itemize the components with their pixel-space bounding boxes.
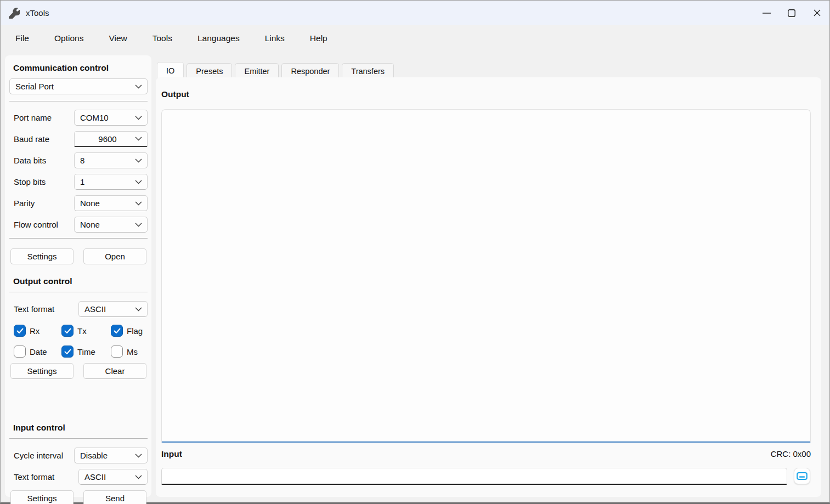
minimize-button[interactable] bbox=[754, 1, 779, 25]
tab-presets[interactable]: Presets bbox=[187, 63, 232, 78]
menu-links[interactable]: Links bbox=[257, 30, 293, 47]
close-button[interactable] bbox=[804, 1, 829, 25]
chevron-down-icon bbox=[135, 223, 142, 227]
chevron-down-icon bbox=[135, 84, 142, 89]
app-window: xTools File Options View Tools Languages… bbox=[0, 0, 830, 504]
data-bits-select[interactable]: 8 bbox=[74, 152, 148, 168]
flow-control-row: Flow control None bbox=[9, 217, 148, 233]
tx-checkbox-item[interactable]: Tx bbox=[61, 325, 111, 337]
ms-checkbox-item[interactable]: Ms bbox=[111, 346, 138, 358]
tab-io[interactable]: IO bbox=[157, 62, 184, 78]
tabbar: IO Presets Emitter Responder Transfers bbox=[157, 62, 397, 78]
separator bbox=[9, 438, 148, 439]
tab-responder[interactable]: Responder bbox=[281, 63, 339, 78]
minimize-icon bbox=[763, 13, 771, 14]
input-text-format-row: Text format ASCII bbox=[9, 469, 148, 485]
data-bits-row: Data bits 8 bbox=[9, 152, 148, 168]
communication-control-title: Communication control bbox=[13, 63, 148, 73]
chevron-down-icon bbox=[135, 307, 142, 312]
output-clear-button[interactable]: Clear bbox=[83, 363, 146, 379]
date-checkbox[interactable] bbox=[14, 346, 26, 358]
chevron-down-icon bbox=[135, 475, 142, 479]
flag-checkbox-item[interactable]: Flag bbox=[111, 325, 143, 337]
parity-select[interactable]: None bbox=[74, 195, 148, 211]
check-icon bbox=[64, 349, 71, 355]
baud-rate-combobox[interactable]: 9600 bbox=[74, 131, 148, 147]
input-format-button[interactable] bbox=[794, 468, 810, 484]
maximize-icon bbox=[788, 9, 795, 17]
flow-control-select[interactable]: None bbox=[74, 217, 148, 233]
chevron-down-icon bbox=[135, 137, 142, 141]
check-icon bbox=[114, 328, 121, 334]
chevron-down-icon bbox=[135, 180, 142, 184]
window-title: xTools bbox=[26, 8, 49, 18]
baud-rate-row: Baud rate 9600 bbox=[9, 131, 148, 147]
tx-checkbox[interactable] bbox=[61, 325, 74, 337]
menubar: File Options View Tools Languages Links … bbox=[1, 25, 829, 52]
output-control-title: Output control bbox=[13, 276, 148, 286]
wrench-app-icon bbox=[8, 7, 20, 19]
input-send-button[interactable]: Send bbox=[83, 490, 146, 504]
separator bbox=[9, 292, 148, 292]
chevron-down-icon bbox=[135, 454, 142, 458]
output-text-format-select[interactable]: ASCII bbox=[78, 301, 148, 317]
separator bbox=[9, 238, 148, 239]
flag-checkbox[interactable] bbox=[111, 325, 123, 337]
tab-transfers[interactable]: Transfers bbox=[342, 63, 394, 78]
maximize-button[interactable] bbox=[779, 1, 804, 25]
sidebar: Communication control Serial Port Port n… bbox=[5, 55, 151, 497]
time-checkbox[interactable] bbox=[61, 346, 74, 358]
tab-emitter[interactable]: Emitter bbox=[235, 63, 279, 78]
input-settings-button[interactable]: Settings bbox=[10, 490, 74, 504]
io-tab-panel: Output Input CRC: 0x00 bbox=[156, 77, 821, 497]
crc-value: CRC: 0x00 bbox=[771, 449, 811, 458]
time-checkbox-item[interactable]: Time bbox=[61, 346, 111, 358]
check-icon bbox=[16, 328, 24, 334]
comm-open-button[interactable]: Open bbox=[83, 248, 146, 264]
port-name-row: Port name COM10 bbox=[9, 110, 148, 126]
chevron-down-icon bbox=[135, 158, 142, 163]
chevron-down-icon bbox=[135, 201, 142, 206]
stop-bits-row: Stop bits 1 bbox=[9, 174, 148, 190]
output-text-format-row: Text format ASCII bbox=[9, 301, 148, 317]
menu-languages[interactable]: Languages bbox=[189, 30, 248, 47]
cycle-interval-select[interactable]: Disable bbox=[74, 448, 148, 463]
date-checkbox-item[interactable]: Date bbox=[14, 346, 61, 358]
link-type-select[interactable]: Serial Port bbox=[9, 78, 148, 94]
ms-checkbox[interactable] bbox=[111, 346, 123, 358]
send-input-field[interactable] bbox=[161, 468, 787, 485]
output-textarea[interactable] bbox=[161, 109, 811, 443]
close-icon bbox=[814, 9, 821, 16]
input-control-title: Input control bbox=[13, 423, 148, 433]
rx-checkbox-item[interactable]: Rx bbox=[14, 325, 61, 337]
menu-tools[interactable]: Tools bbox=[144, 30, 180, 47]
rx-checkbox[interactable] bbox=[14, 325, 26, 337]
menu-view[interactable]: View bbox=[100, 30, 135, 47]
separator bbox=[9, 101, 148, 101]
titlebar: xTools bbox=[1, 1, 829, 25]
input-section-title: Input bbox=[161, 449, 182, 459]
text-field-icon bbox=[797, 472, 808, 480]
output-section-title: Output bbox=[161, 89, 189, 99]
parity-row: Parity None bbox=[9, 195, 148, 211]
menu-file[interactable]: File bbox=[7, 30, 37, 47]
check-icon bbox=[64, 328, 71, 334]
cycle-interval-row: Cycle interval Disable bbox=[9, 448, 148, 463]
menu-options[interactable]: Options bbox=[46, 30, 92, 47]
input-text-format-select[interactable]: ASCII bbox=[78, 469, 148, 485]
chevron-down-icon bbox=[135, 116, 142, 120]
comm-settings-button[interactable]: Settings bbox=[10, 248, 74, 264]
output-settings-button[interactable]: Settings bbox=[10, 363, 74, 379]
stop-bits-select[interactable]: 1 bbox=[74, 174, 148, 190]
menu-help[interactable]: Help bbox=[302, 30, 336, 47]
port-name-select[interactable]: COM10 bbox=[74, 110, 148, 126]
